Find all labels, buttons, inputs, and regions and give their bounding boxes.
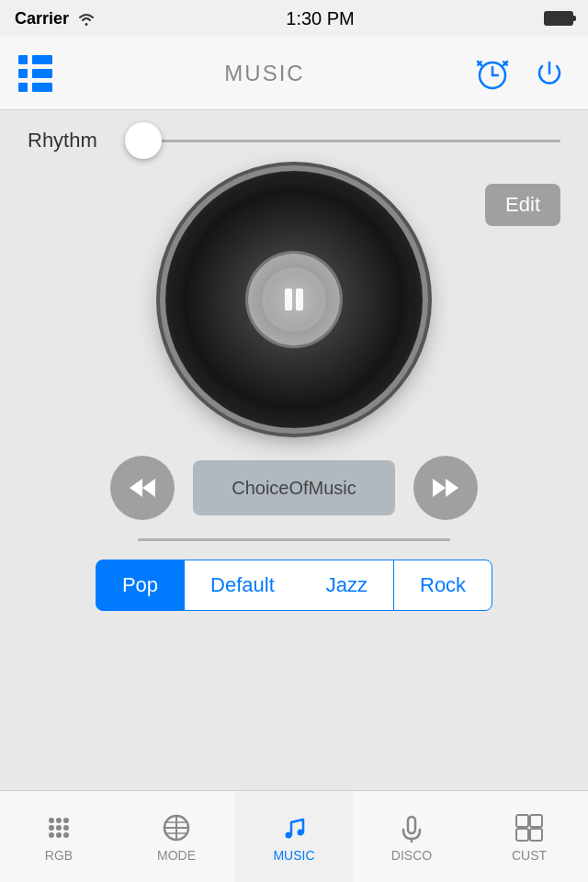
svg-point-16	[63, 825, 69, 831]
status-bar-right	[544, 11, 573, 26]
tab-disco-label: DISCO	[391, 848, 432, 863]
vinyl-container	[28, 171, 560, 428]
status-time: 1:30 PM	[286, 8, 354, 29]
svg-point-18	[56, 832, 62, 838]
cust-icon	[513, 811, 546, 844]
rhythm-label: Rhythm	[28, 129, 110, 153]
pause-button[interactable]	[262, 267, 326, 332]
carrier-label: Carrier	[15, 9, 69, 28]
power-button[interactable]	[529, 53, 570, 94]
battery-icon	[544, 11, 573, 26]
svg-point-26	[298, 829, 304, 835]
genre-tabs: Pop Default Jazz Rock	[28, 560, 560, 611]
svg-point-12	[56, 818, 62, 823]
tab-mode[interactable]: MODE	[118, 791, 235, 882]
tab-cust-label: CUST	[512, 848, 547, 863]
fast-forward-button[interactable]	[413, 456, 478, 520]
vinyl-center	[248, 254, 340, 345]
disco-icon	[395, 811, 428, 844]
genre-tab-pop[interactable]: Pop	[96, 560, 185, 611]
edit-button[interactable]: Edit	[485, 184, 560, 226]
rewind-button[interactable]	[110, 456, 175, 520]
progress-bar	[138, 538, 450, 541]
svg-point-19	[63, 832, 69, 838]
main-content: Rhythm Edit	[0, 110, 588, 790]
svg-rect-32	[530, 829, 542, 841]
svg-point-13	[63, 818, 69, 823]
genre-tab-default[interactable]: Default	[185, 560, 300, 611]
rgb-icon	[42, 811, 75, 844]
rhythm-slider-container	[125, 140, 560, 142]
mode-icon	[160, 811, 193, 844]
genre-tab-jazz[interactable]: Jazz	[300, 560, 393, 611]
tab-mode-label: MODE	[157, 848, 196, 863]
alarm-button[interactable]	[470, 51, 514, 96]
svg-marker-10	[446, 479, 458, 497]
fast-forward-icon	[433, 475, 458, 501]
menu-button[interactable]	[18, 53, 59, 94]
nav-bar: MUSIC	[0, 37, 588, 110]
tab-cust[interactable]: CUST	[470, 791, 588, 882]
svg-point-17	[49, 832, 54, 838]
status-bar-left: Carrier	[15, 9, 96, 28]
tab-music[interactable]: MUSIC	[235, 791, 353, 882]
nav-left	[18, 53, 59, 94]
svg-point-25	[286, 831, 292, 838]
pause-icon	[285, 288, 303, 311]
svg-marker-8	[130, 479, 142, 497]
nav-right	[470, 51, 570, 96]
tab-disco[interactable]: DISCO	[353, 791, 470, 882]
svg-point-11	[49, 818, 54, 823]
svg-rect-30	[530, 815, 542, 827]
rhythm-row: Rhythm	[28, 129, 560, 153]
svg-marker-7	[142, 479, 155, 497]
svg-point-15	[56, 825, 62, 831]
wifi-icon	[76, 11, 96, 26]
tab-rgb-label: RGB	[45, 848, 73, 863]
genre-tab-rock[interactable]: Rock	[393, 560, 492, 611]
vinyl-record	[165, 171, 423, 428]
svg-rect-27	[408, 817, 415, 833]
rhythm-slider-track	[125, 140, 560, 142]
rhythm-slider-thumb[interactable]	[125, 122, 162, 159]
rewind-icon	[130, 475, 155, 501]
svg-rect-29	[516, 815, 528, 827]
svg-rect-31	[516, 829, 528, 841]
tab-music-label: MUSIC	[273, 848, 314, 863]
page-title: MUSIC	[224, 61, 304, 86]
svg-point-14	[49, 825, 54, 831]
status-bar: Carrier 1:30 PM	[0, 0, 588, 37]
svg-marker-9	[433, 479, 446, 497]
transport-row: ChoiceOfMusic	[28, 456, 560, 520]
tab-bar: RGB MODE MUSIC	[0, 790, 588, 882]
choice-of-music-display: ChoiceOfMusic	[193, 460, 395, 515]
music-icon	[277, 811, 311, 844]
tab-rgb[interactable]: RGB	[0, 791, 118, 882]
